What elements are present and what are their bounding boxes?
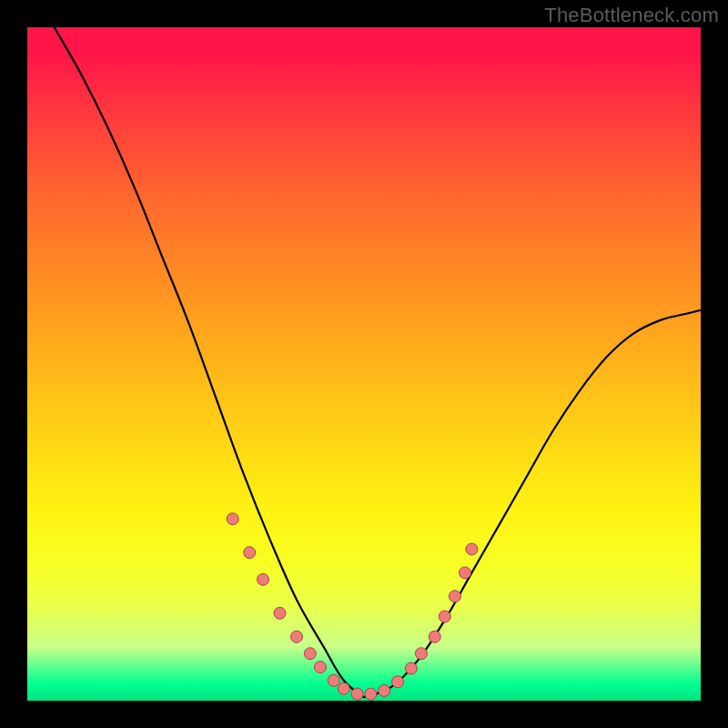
data-point xyxy=(328,674,339,686)
data-point xyxy=(439,611,450,622)
chart-frame: TheBottleneck.com xyxy=(0,0,728,728)
data-point xyxy=(466,543,478,555)
curve-right xyxy=(364,310,701,698)
plot-area xyxy=(27,27,701,701)
data-point xyxy=(291,631,303,642)
data-point xyxy=(449,591,460,602)
data-point xyxy=(351,688,363,700)
data-point xyxy=(405,662,417,674)
data-point xyxy=(379,684,390,696)
data-point xyxy=(274,607,286,619)
data-point xyxy=(244,547,256,559)
data-point xyxy=(392,676,404,688)
data-point xyxy=(227,513,238,525)
data-point xyxy=(338,682,349,694)
data-point xyxy=(314,662,326,673)
data-point xyxy=(304,648,316,660)
data-point xyxy=(429,631,440,642)
watermark-text: TheBottleneck.com xyxy=(544,4,719,27)
curve-svg xyxy=(27,27,701,701)
data-point xyxy=(415,648,427,660)
dot-group xyxy=(227,513,478,700)
data-point xyxy=(258,573,269,585)
curve-left xyxy=(55,27,364,697)
data-point xyxy=(365,688,377,700)
data-point xyxy=(460,567,471,579)
